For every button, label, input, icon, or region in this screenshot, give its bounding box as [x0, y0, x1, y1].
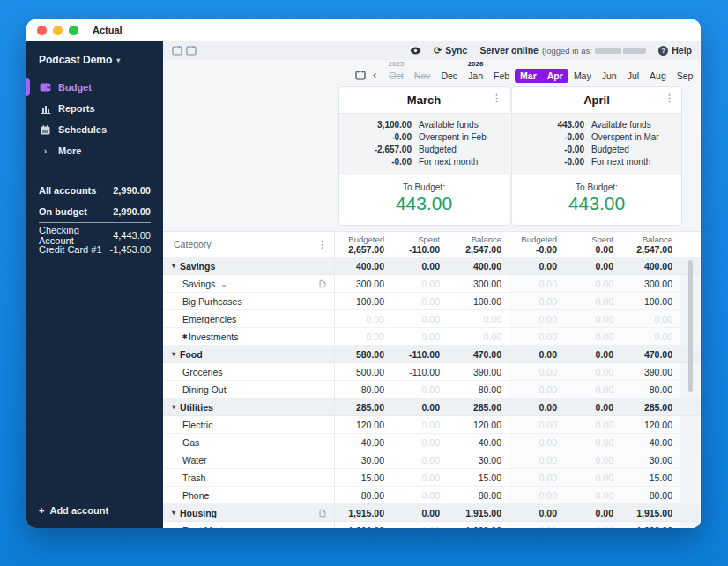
category-cell[interactable]: ▾Savings: [163, 257, 335, 274]
month-nav-item-mar[interactable]: Mar: [515, 60, 542, 83]
budget-amount-cell[interactable]: 120.00: [620, 416, 680, 433]
budget-amount-cell[interactable]: 0.00: [564, 275, 620, 292]
budget-amount-cell[interactable]: 0.00: [391, 398, 447, 415]
budget-amount-cell[interactable]: 0.00: [564, 381, 620, 398]
budget-amount-cell[interactable]: 300.00: [447, 275, 509, 292]
column-header-budgeted-april[interactable]: Budgeted-0.00: [509, 232, 564, 257]
budget-amount-cell[interactable]: 30.00: [447, 451, 509, 468]
add-account-button[interactable]: + Add account: [26, 505, 163, 528]
column-header-balance-march[interactable]: Balance2,547.00: [447, 232, 509, 257]
maximize-window-button[interactable]: [69, 26, 78, 35]
budget-amount-cell[interactable]: 0.00: [391, 328, 447, 345]
account-row[interactable]: Credit Card #1 -1,453.00: [26, 242, 163, 257]
budget-amount-cell[interactable]: -110.00: [391, 346, 447, 362]
budget-amount-cell[interactable]: 300.00: [620, 275, 680, 292]
budget-amount-cell[interactable]: 0.00: [509, 293, 564, 309]
budget-amount-cell[interactable]: 80.00: [335, 487, 391, 503]
budget-amount-cell[interactable]: 0.00: [564, 434, 620, 451]
budget-amount-cell[interactable]: 15.00: [620, 469, 680, 486]
budget-amount-cell[interactable]: 80.00: [447, 487, 509, 503]
budget-amount-cell[interactable]: 300.00: [335, 275, 391, 292]
month-nav-item-jul[interactable]: Jul: [622, 60, 644, 83]
month-nav-item-apr[interactable]: Apr: [542, 60, 568, 83]
budget-amount-cell[interactable]: 0.00: [509, 346, 564, 362]
budget-amount-cell[interactable]: 0.00: [509, 487, 564, 503]
to-budget-amount[interactable]: 443.00: [339, 193, 509, 214]
budget-amount-cell[interactable]: 0.00: [564, 522, 620, 528]
budget-amount-cell[interactable]: 500.00: [335, 363, 391, 380]
budget-amount-cell[interactable]: 0.00: [447, 310, 509, 327]
column-header-spent-march[interactable]: Spent-110.00: [391, 232, 447, 257]
budget-amount-cell[interactable]: 0.00: [620, 328, 680, 345]
budget-amount-cell[interactable]: 0.00: [509, 328, 564, 345]
close-window-button[interactable]: [37, 26, 47, 35]
budget-amount-cell[interactable]: 0.00: [391, 310, 447, 327]
summary-amount[interactable]: 443.00: [521, 119, 584, 131]
budget-amount-cell[interactable]: 400.00: [620, 257, 680, 274]
budget-amount-cell[interactable]: 0.00: [564, 487, 620, 503]
budget-amount-cell[interactable]: 0.00: [564, 363, 620, 380]
category-cell[interactable]: Phone: [163, 487, 335, 503]
budget-amount-cell[interactable]: 0.00: [391, 434, 447, 451]
budget-amount-cell[interactable]: 0.00: [564, 398, 620, 415]
on-budget-row[interactable]: On budget 2,990.00: [26, 204, 163, 220]
budget-amount-cell[interactable]: 470.00: [620, 346, 680, 362]
budget-amount-cell[interactable]: 0.00: [391, 451, 447, 468]
next-month-button[interactable]: ›: [698, 69, 701, 81]
collapse-icon[interactable]: ▾: [172, 262, 175, 270]
budget-amount-cell[interactable]: 1,900.00: [447, 522, 509, 528]
budget-amount-cell[interactable]: 390.00: [447, 363, 509, 380]
collapse-icon[interactable]: ▾: [172, 403, 175, 411]
category-menu-icon[interactable]: ⋮: [317, 239, 327, 250]
budget-amount-cell[interactable]: 30.00: [620, 451, 680, 468]
chevron-down-icon[interactable]: ⌄: [220, 281, 227, 287]
month-menu-icon[interactable]: ⋮: [665, 93, 674, 103]
budget-amount-cell[interactable]: 120.00: [447, 416, 509, 433]
budget-amount-cell[interactable]: 0.00: [509, 398, 564, 415]
budget-amount-cell[interactable]: 0.00: [391, 275, 447, 292]
budget-amount-cell[interactable]: 0.00: [564, 310, 620, 327]
month-menu-icon[interactable]: ⋮: [492, 93, 501, 103]
budget-amount-cell[interactable]: 400.00: [447, 257, 509, 274]
budget-amount-cell[interactable]: 0.00: [509, 451, 564, 468]
budget-amount-cell[interactable]: 0.00: [509, 275, 564, 292]
budget-amount-cell[interactable]: 0.00: [447, 328, 509, 345]
category-cell[interactable]: Savings⌄: [163, 275, 335, 292]
budget-amount-cell[interactable]: 0.00: [564, 346, 620, 362]
budget-amount-cell[interactable]: 400.00: [335, 257, 391, 274]
budget-amount-cell[interactable]: 80.00: [620, 487, 680, 503]
month-nav-item-nov[interactable]: Nov: [409, 60, 436, 83]
category-cell[interactable]: Gas: [163, 434, 335, 451]
category-cell[interactable]: ▾Food: [163, 346, 335, 362]
budget-amount-cell[interactable]: 1,915.00: [335, 504, 391, 521]
category-cell[interactable]: Emergencies: [163, 310, 335, 327]
collapse-icon[interactable]: ▾: [172, 509, 175, 517]
budget-amount-cell[interactable]: 390.00: [620, 363, 680, 380]
budget-amount-cell[interactable]: 40.00: [447, 434, 509, 451]
month-nav-item-jun[interactable]: Jun: [597, 60, 622, 83]
budget-amount-cell[interactable]: 0.00: [509, 381, 564, 398]
all-accounts-row[interactable]: All accounts 2,990.00: [26, 182, 163, 198]
help-button[interactable]: ? Help: [658, 45, 692, 56]
budget-amount-cell[interactable]: 0.00: [509, 363, 564, 380]
sidebar-item-budget[interactable]: Budget: [26, 77, 163, 98]
category-cell[interactable]: Water: [163, 451, 335, 468]
month-nav-item-aug[interactable]: Aug: [644, 60, 672, 83]
budget-amount-cell[interactable]: 0.00: [509, 257, 564, 274]
account-row[interactable]: Checking Account 4,443.00: [26, 228, 163, 242]
budget-amount-cell[interactable]: 0.00: [564, 293, 620, 309]
sidebar-item-more[interactable]: › More: [26, 140, 163, 161]
to-budget-amount[interactable]: 443.00: [512, 193, 681, 214]
category-cell[interactable]: Trash: [163, 469, 335, 486]
budget-amount-cell[interactable]: 285.00: [335, 398, 391, 415]
budget-amount-cell[interactable]: 580.00: [335, 346, 391, 362]
summary-amount[interactable]: -2,657.00: [348, 144, 412, 156]
summary-amount[interactable]: -0.00: [348, 156, 412, 168]
budget-amount-cell[interactable]: 15.00: [335, 469, 391, 486]
collapse-icon[interactable]: ▾: [172, 350, 175, 358]
summary-amount[interactable]: -0.00: [521, 144, 584, 156]
budget-amount-cell[interactable]: 0.00: [564, 469, 620, 486]
month-picker-button[interactable]: [355, 70, 366, 80]
budget-amount-cell[interactable]: 0.00: [620, 310, 680, 327]
column-header-budgeted-march[interactable]: Budgeted2,657.00: [335, 232, 391, 257]
